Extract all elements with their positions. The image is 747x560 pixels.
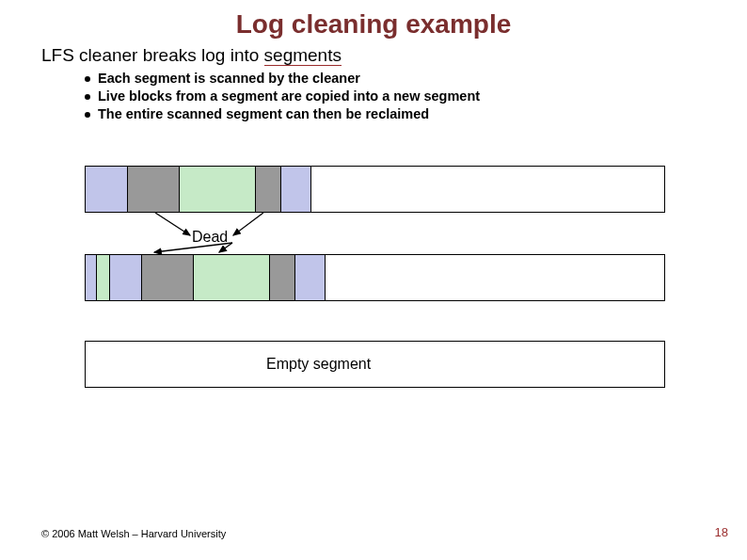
subtitle-prefix: LFS cleaner breaks log into <box>41 45 264 65</box>
dead-label: Dead <box>192 229 228 246</box>
arrow-line <box>233 213 263 235</box>
bullet-text: Each segment is scanned by the cleaner <box>98 70 360 88</box>
slide-subtitle: LFS cleaner breaks log into segments <box>41 45 747 66</box>
bullet-text: Live blocks from a segment are copied in… <box>98 88 480 105</box>
copyright-footer: © 2006 Matt Welsh – Harvard University <box>41 528 226 539</box>
list-item: Live blocks from a segment are copied in… <box>85 88 747 105</box>
bullet-icon <box>85 76 90 82</box>
list-item: Each segment is scanned by the cleaner <box>85 70 747 88</box>
segment-block <box>86 342 664 387</box>
segment-row-3 <box>85 341 665 388</box>
segment-row-1 <box>85 166 665 213</box>
segment-block <box>180 167 257 212</box>
segment-row-2 <box>85 254 665 301</box>
subtitle-underlined: segments <box>264 45 342 66</box>
empty-segment-label: Empty segment <box>266 356 371 373</box>
segment-block <box>142 255 194 300</box>
bullet-icon <box>85 112 90 118</box>
segment-block <box>295 255 326 300</box>
page-number: 18 <box>715 525 728 539</box>
bullet-text: The entire scanned segment can then be r… <box>98 105 429 123</box>
segment-block <box>128 167 180 212</box>
segment-block <box>194 255 271 300</box>
bullet-list: Each segment is scanned by the cleaner L… <box>85 70 747 123</box>
segment-block <box>326 255 664 300</box>
segment-block <box>97 255 110 300</box>
segment-block <box>86 255 97 300</box>
bullet-icon <box>85 94 90 100</box>
segment-block <box>281 167 311 212</box>
arrow-line <box>155 213 190 235</box>
list-item: The entire scanned segment can then be r… <box>85 105 747 123</box>
slide-title: Log cleaning example <box>0 0 747 40</box>
segment-block <box>311 167 664 212</box>
segment-block <box>110 255 142 300</box>
segment-block <box>86 167 128 212</box>
segment-block <box>256 167 281 212</box>
segment-block <box>270 255 295 300</box>
